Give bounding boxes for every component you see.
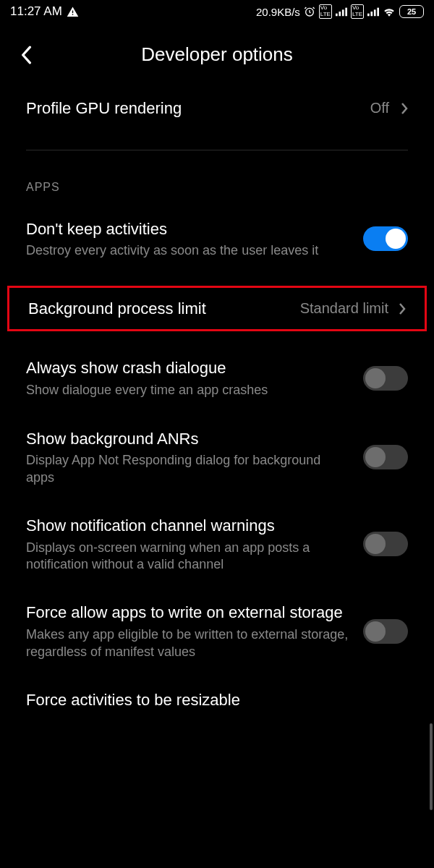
svg-rect-3 (342, 9, 344, 16)
toggle-notification-warnings[interactable] (363, 532, 408, 556)
row-title: Background process limit (28, 298, 290, 320)
back-button[interactable] (20, 46, 32, 64)
scroll-indicator[interactable] (430, 723, 433, 810)
row-subtitle: Destroy every activity as soon as the us… (26, 242, 352, 259)
row-title: Show background ANRs (26, 428, 352, 450)
volte-badge-2: VoLTE (351, 4, 364, 19)
row-background-process-limit[interactable]: Background process limit Standard limit (7, 286, 427, 332)
wifi-icon (383, 7, 396, 17)
row-title: Don't keep activities (26, 218, 352, 240)
page-title: Developer options (14, 43, 420, 66)
row-subtitle: Displays on-screen warning when an app p… (26, 540, 352, 574)
warning-icon (67, 6, 79, 18)
header: Developer options (0, 22, 434, 83)
row-force-write-external-storage[interactable]: Force allow apps to write on external st… (0, 587, 434, 674)
row-force-activities-resizable[interactable]: Force activities to be resizable (0, 675, 434, 726)
row-value: Off (370, 100, 389, 116)
row-subtitle: Makes any app eligible to be written to … (26, 626, 352, 660)
svg-rect-1 (336, 14, 338, 17)
row-title: Show notification channel warnings (26, 515, 352, 537)
svg-rect-8 (377, 8, 379, 17)
toggle-crash-dialogue[interactable] (363, 366, 408, 391)
status-time: 11:27 AM (10, 4, 62, 19)
row-dont-keep-activities[interactable]: Don't keep activities Destroy every acti… (0, 204, 434, 274)
row-show-background-anrs[interactable]: Show background ANRs Display App Not Res… (0, 414, 434, 501)
svg-rect-6 (370, 12, 373, 16)
row-subtitle: Show dialogue every time an app crashes (26, 382, 352, 399)
row-title: Force activities to be resizable (26, 689, 408, 711)
volte-badge-1: VoLTE (319, 4, 332, 19)
row-always-show-crash-dialogue[interactable]: Always show crash dialogue Show dialogue… (0, 343, 434, 413)
row-title: Profile GPU rendering (26, 98, 359, 119)
status-net-speed: 20.9KB/s (256, 6, 300, 18)
row-value: Standard limit (300, 300, 388, 317)
signal-icon-2 (367, 7, 379, 17)
row-title: Always show crash dialogue (26, 357, 352, 379)
section-apps-label: APPS (0, 150, 434, 204)
row-title: Force allow apps to write on external st… (26, 602, 352, 624)
row-notification-channel-warnings[interactable]: Show notification channel warnings Displ… (0, 501, 434, 587)
toggle-background-anrs[interactable] (363, 445, 408, 469)
status-bar: 11:27 AM 20.9KB/s VoLTE VoLTE 25 (0, 0, 434, 22)
svg-rect-7 (374, 9, 376, 16)
chevron-right-icon (401, 102, 408, 115)
alarm-icon (304, 6, 315, 17)
svg-rect-5 (367, 14, 370, 17)
battery-level: 25 (407, 7, 416, 16)
row-subtitle: Display App Not Responding dialog for ba… (26, 452, 352, 486)
battery-icon: 25 (399, 5, 424, 18)
chevron-right-icon (399, 302, 406, 315)
row-profile-gpu-rendering[interactable]: Profile GPU rendering Off (0, 83, 434, 134)
toggle-external-storage[interactable] (363, 619, 408, 644)
svg-rect-4 (345, 8, 347, 17)
svg-rect-2 (339, 12, 341, 16)
signal-icon-1 (336, 7, 347, 17)
toggle-dont-keep-activities[interactable] (363, 226, 408, 251)
